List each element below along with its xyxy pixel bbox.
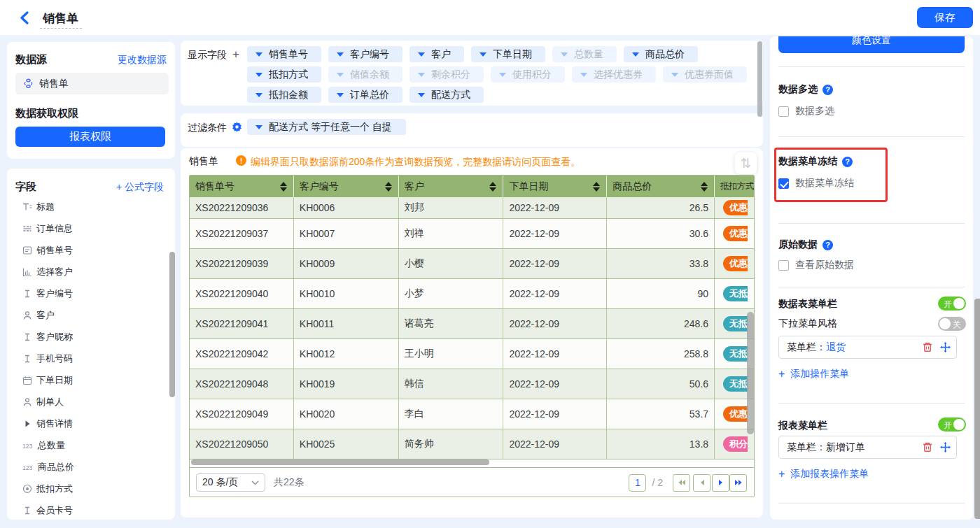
- svg-text:123: 123: [22, 442, 32, 449]
- svg-text:123: 123: [22, 464, 32, 471]
